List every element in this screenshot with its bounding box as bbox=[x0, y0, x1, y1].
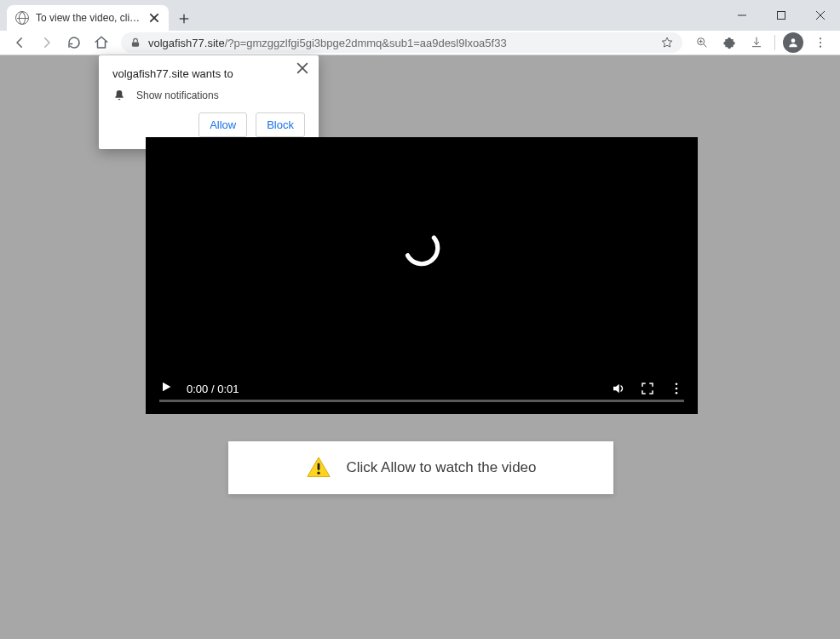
tab-strip: To view the video, click the Allow bbox=[7, 5, 196, 31]
url-host: volgafish77.site bbox=[148, 37, 225, 49]
toolbar-separator bbox=[774, 35, 775, 50]
tab-close-button[interactable] bbox=[148, 12, 160, 24]
browser-tab[interactable]: To view the video, click the Allow bbox=[7, 5, 169, 31]
new-tab-button[interactable] bbox=[172, 7, 196, 31]
svg-point-24 bbox=[317, 471, 319, 474]
fullscreen-button[interactable] bbox=[640, 381, 655, 396]
window-minimize-button[interactable] bbox=[722, 0, 762, 31]
svg-point-19 bbox=[400, 226, 444, 270]
notification-permission-popup: volgafish77.site wants to Show notificat… bbox=[99, 55, 319, 149]
profile-button[interactable] bbox=[780, 31, 806, 55]
popup-title: volgafish77.site wants to bbox=[112, 67, 305, 80]
tab-title: To view the video, click the Allow bbox=[36, 12, 141, 24]
svg-point-13 bbox=[791, 38, 796, 43]
svg-line-10 bbox=[704, 44, 706, 47]
svg-point-14 bbox=[820, 37, 821, 39]
allow-button[interactable]: Allow bbox=[198, 112, 247, 137]
svg-point-21 bbox=[676, 388, 678, 390]
download-icon[interactable] bbox=[744, 31, 769, 55]
svg-point-20 bbox=[676, 383, 678, 385]
globe-icon bbox=[15, 11, 29, 25]
svg-point-16 bbox=[820, 46, 821, 48]
player-controls: 0:00 / 0:01 bbox=[146, 373, 698, 414]
lock-icon bbox=[129, 37, 141, 49]
zoom-icon[interactable] bbox=[689, 31, 715, 55]
volume-button[interactable] bbox=[611, 381, 626, 396]
browser-toolbar: volgafish77.site/?p=gmzggzlfgi5gi3bpge2d… bbox=[0, 31, 840, 55]
url-path: /?p=gmzggzlfgi5gi3bpge2dmmq&sub1=aa9desl… bbox=[225, 37, 507, 49]
address-bar[interactable]: volgafish77.site/?p=gmzggzlfgi5gi3bpge2d… bbox=[121, 32, 682, 53]
popup-permission-row: Show notifications bbox=[112, 89, 305, 102]
play-button[interactable] bbox=[159, 380, 173, 397]
svg-rect-8 bbox=[132, 42, 139, 46]
extension-icon[interactable] bbox=[716, 31, 742, 55]
bell-icon bbox=[112, 89, 126, 102]
popup-close-button[interactable] bbox=[296, 62, 308, 74]
popup-permission-label: Show notifications bbox=[136, 89, 219, 101]
menu-button[interactable] bbox=[808, 31, 833, 55]
current-time: 0:00 bbox=[187, 383, 208, 395]
back-button[interactable] bbox=[7, 31, 32, 55]
url-text: volgafish77.site/?p=gmzggzlfgi5gi3bpge2d… bbox=[148, 37, 653, 49]
page-viewport: volgafish77.site wants to Show notificat… bbox=[0, 55, 840, 639]
reload-button[interactable] bbox=[61, 31, 87, 55]
forward-button[interactable] bbox=[34, 31, 60, 55]
block-button[interactable]: Block bbox=[256, 112, 305, 137]
svg-point-15 bbox=[820, 42, 821, 43]
instruction-text: Click Allow to watch the video bbox=[347, 459, 537, 476]
toolbar-actions bbox=[689, 31, 833, 55]
player-menu-button[interactable] bbox=[669, 381, 684, 396]
window-close-button[interactable] bbox=[801, 0, 840, 31]
avatar-icon bbox=[783, 32, 803, 53]
svg-point-22 bbox=[676, 392, 678, 394]
player-time: 0:00 / 0:01 bbox=[187, 383, 239, 395]
duration: 0:01 bbox=[217, 383, 239, 395]
warning-icon bbox=[306, 456, 331, 480]
home-button[interactable] bbox=[89, 31, 114, 55]
popup-buttons: Allow Block bbox=[112, 112, 305, 137]
instruction-banner: Click Allow to watch the video bbox=[228, 441, 613, 494]
svg-rect-23 bbox=[317, 463, 319, 469]
svg-rect-1 bbox=[778, 12, 785, 20]
video-player[interactable]: 0:00 / 0:01 bbox=[146, 137, 698, 414]
window-controls bbox=[722, 0, 840, 31]
window-maximize-button[interactable] bbox=[762, 0, 801, 31]
loading-spinner-icon bbox=[400, 226, 444, 270]
bookmark-star-icon[interactable] bbox=[660, 36, 674, 49]
